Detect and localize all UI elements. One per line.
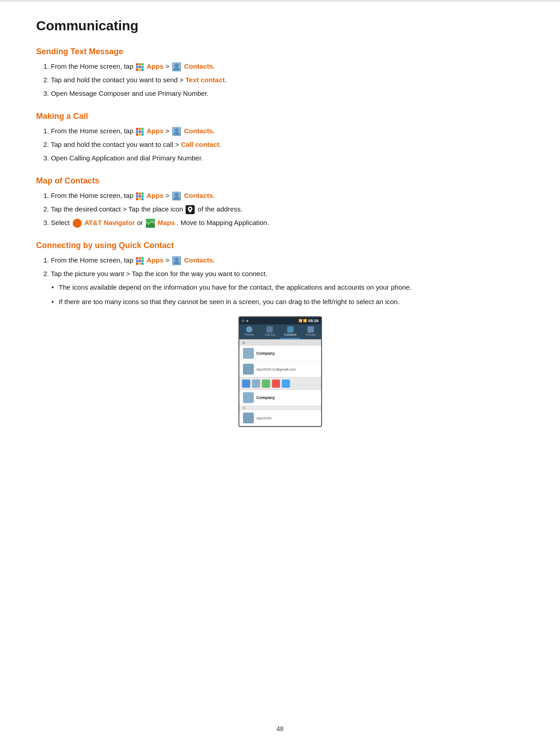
step-text-cont: . Move to Mapping Application. [177, 219, 269, 226]
quick-phone-icon[interactable] [242, 380, 250, 388]
apps-label: Apps [147, 256, 164, 264]
step-num: 3. [43, 219, 51, 226]
bullet-2: If there are too many icons so that they… [59, 296, 524, 307]
page-number: 48 [276, 725, 284, 732]
step-num: 1. [43, 256, 51, 264]
step-num: 2. [43, 76, 51, 84]
period: . [213, 127, 215, 135]
step-num: 1. [43, 192, 51, 199]
or-text: or [137, 219, 145, 226]
tab-calllog[interactable]: Call log [260, 324, 280, 339]
contact-avatar-4 [243, 413, 254, 423]
section-header-s: s [239, 339, 321, 346]
bullet-1: The icons available depend on the inform… [59, 282, 524, 293]
step-text: From the Home screen, tap [51, 62, 135, 70]
step-2-3: 3. Open Calling Application and dial Pri… [43, 153, 524, 164]
contact-name-1: Company [257, 351, 275, 356]
step-2-2: 2. Tap and hold the contact you want to … [43, 139, 524, 150]
status-icons-right: 📶 📶 08:26 [299, 319, 319, 323]
contacts-icon [172, 192, 181, 201]
section-title-map-contacts: Map of Contacts [36, 176, 524, 186]
step-3-1: 1. From the Home screen, tap Apps > Cont… [43, 190, 524, 201]
quick-contact-bar [239, 377, 321, 390]
signal-icon: 📶 📶 [299, 319, 308, 323]
wifi-icon: ✆ ★ [242, 319, 249, 323]
phone-body: s Company sky1010111@gmail.com [239, 339, 321, 426]
section-map-contacts: Map of Contacts 1. From the Home screen,… [36, 176, 524, 228]
separator: > [165, 192, 171, 199]
contact-row-4[interactable]: sky10101 [239, 410, 321, 426]
step-num: 3. [43, 89, 51, 97]
tab-calllog-label: Call log [261, 333, 279, 336]
tab-phone-label: Phone [240, 333, 259, 336]
separator: > [165, 256, 171, 264]
quick-msg-icon[interactable] [252, 380, 260, 388]
step-text: From the Home screen, tap [51, 127, 135, 135]
period: . [213, 62, 215, 70]
apps-label: Apps [147, 62, 164, 70]
apps-icon [136, 63, 144, 71]
contacts-icon [172, 256, 181, 265]
separator: > [165, 127, 171, 135]
tab-phone[interactable]: Phone [239, 324, 260, 339]
step-num: 1. [43, 62, 51, 70]
contact-row-3[interactable]: Company [239, 390, 321, 406]
top-border [0, 0, 560, 2]
place-icon [186, 205, 195, 214]
contacts-label: Contacts [184, 256, 213, 264]
section-quick-contact: Connecting by using Quick Contact 1. Fro… [36, 241, 524, 427]
quick-mail-icon[interactable] [272, 380, 280, 388]
apps-label: Apps [147, 127, 164, 135]
contact-info-3: Company [257, 395, 275, 400]
contact-avatar-2 [243, 364, 254, 375]
period: . [219, 141, 221, 148]
contact-info-2: sky1010111@gmail.com [257, 367, 296, 371]
quick-chat-icon[interactable] [262, 380, 270, 388]
tab-groups[interactable]: Groups [300, 324, 321, 339]
page-footer: 48 [0, 725, 560, 732]
step-num: 2. [43, 141, 51, 148]
period: . [213, 192, 215, 199]
apps-label: Apps [147, 192, 164, 199]
step-text-cont: of the address. [198, 205, 243, 213]
contacts-label: Contacts [184, 127, 213, 135]
contact-email-4: sky10101 [257, 416, 272, 420]
contact-name-3: Company [257, 395, 275, 400]
tab-contacts[interactable]: Contacts [280, 324, 300, 339]
step-1-3: 3. Open Message Composer and use Primary… [43, 88, 524, 99]
step-2-1: 1. From the Home screen, tap Apps > Cont… [43, 126, 524, 136]
contact-row-2[interactable]: sky1010111@gmail.com [239, 361, 321, 377]
step-text: Tap and hold the contact you want to sen… [51, 76, 185, 84]
step-num: 3. [43, 154, 51, 162]
section-title-making-call: Making a Call [36, 112, 524, 121]
phone-tab-bar: Phone Call log Contacts Groups [239, 324, 321, 339]
svg-point-1 [189, 208, 191, 210]
step-text: Tap the picture you want > Tap the icon … [51, 270, 267, 277]
phone-tab-icon [246, 326, 252, 333]
contacts-icon [172, 62, 181, 71]
step-4-1: 1. From the Home screen, tap Apps > Cont… [43, 255, 524, 266]
phone-status-bar: ✆ ★ 📶 📶 08:26 [239, 317, 321, 324]
contact-email-2: sky1010111@gmail.com [257, 367, 296, 371]
separator: > [165, 62, 171, 70]
step-num: 2. [43, 270, 51, 277]
phone-screenshot: ✆ ★ 📶 📶 08:26 Phone Call log [238, 316, 322, 427]
page-title: Communicating [36, 18, 524, 33]
contacts-label: Contacts [184, 192, 213, 199]
maps-label: Maps [158, 219, 175, 226]
section-sending-text: Sending Text Message 1. From the Home sc… [36, 47, 524, 99]
tab-groups-label: Groups [301, 333, 320, 336]
contact-avatar-3 [243, 392, 254, 403]
apps-icon [136, 192, 144, 200]
period: . [213, 256, 215, 264]
period: . [225, 76, 227, 84]
groups-tab-icon [308, 326, 314, 333]
quick-talk-icon[interactable] [282, 380, 290, 388]
step-1-1: 1. From the Home screen, tap Apps > Cont… [43, 61, 524, 72]
step-text: Select [51, 219, 72, 226]
att-navigator-label: AT&T Navigator [84, 219, 135, 226]
maps-icon [146, 219, 155, 228]
step-text: From the Home screen, tap [51, 256, 135, 264]
status-icons-left: ✆ ★ [242, 319, 249, 323]
contact-row-1[interactable]: Company [239, 346, 321, 361]
